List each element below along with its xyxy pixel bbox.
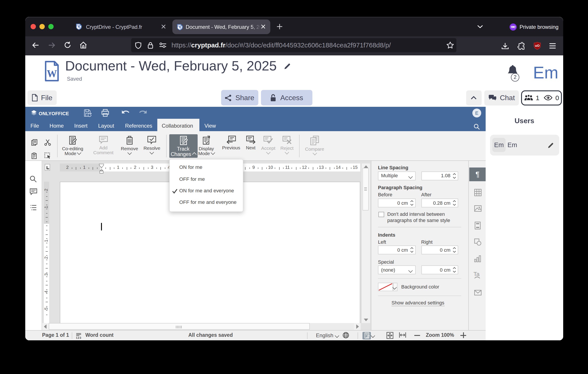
svg-text:123: 123 [76, 336, 81, 339]
svg-text:uO: uO [535, 44, 540, 47]
svg-text:W: W [47, 68, 57, 79]
